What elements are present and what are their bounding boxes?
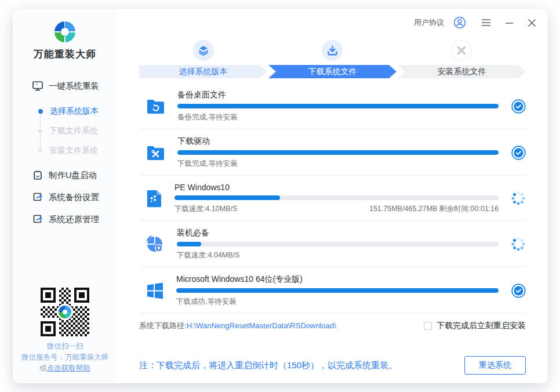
step-bullet-icon [38,129,42,133]
progress-track [177,104,499,108]
restart-checkbox-label: 下载完成后立刻重启安装 [437,321,526,331]
brand-block: 万能重装大师 [13,21,117,61]
sidebar-item-one-key-reinstall[interactable]: 一键系统重装 [13,79,117,92]
stage-tab-choose-version[interactable]: 选择系统版本 [139,65,267,78]
check-circle-icon [511,284,526,298]
app-window: 万能重装大师 一键系统重装 选择系统版本 下载文件系统 安装文件系统 [13,9,548,383]
wechat-account-text: 微信服务号：万能重装大师 [21,352,108,363]
qr-finder-icon [41,321,56,336]
sidebar-item-label: 一键系统重装 [49,81,99,92]
substep-install-files[interactable]: 安装文件系统 [38,141,117,161]
menu-icon[interactable] [481,19,491,27]
app-title: 万能重装大师 [34,48,96,61]
sidebar-item-restore-management[interactable]: 系统还原管理 [13,213,117,226]
sidebar-item-usb-boot[interactable]: 制作U盘启动 [13,169,117,182]
sidebar-item-label: 制作U盘启动 [49,170,97,181]
progress-track [177,150,499,155]
pie-plus-icon [146,235,165,253]
download-row-backup-desktop: 备份桌面文件 备份完成,等待安装 [139,83,526,129]
download-item-title: 装机必备 [177,228,499,238]
loading-spinner-icon [511,237,526,252]
qr-finder-icon [74,288,89,303]
status-text: 下载成功,等待安装 [176,297,236,307]
status-text: 下载完成,等待安装 [177,159,237,169]
wechat-scan-text: 微信扫一扫 [47,341,83,352]
wechat-block: 微信扫一扫 微信服务号：万能重装大师 或点击获取帮助 [13,288,117,383]
pe-file-icon [146,189,162,208]
export-box-icon [32,213,43,225]
download-path: 系统下载路径:H:\WanNengResetMasterData\RSDownl… [139,321,336,331]
status-text: 下载速度:4.10MB/S [174,204,237,214]
user-avatar-icon[interactable] [453,16,466,29]
progress-fill [177,104,499,108]
download-item-title: 备份桌面文件 [177,90,499,100]
footer-row: 注：下载完成后，将进入重启倒计时（150秒），以完成系统重装。 重选系统 [117,356,548,383]
stage-progress-bar: 选择系统版本 下载系统文件 安装系统文件 [117,65,548,78]
download-item-title: PE Windows10 [174,183,499,192]
progress-fill [176,288,499,293]
restart-countdown-note: 注：下载完成后，将进入重启倒计时（150秒），以完成系统重装。 [139,360,397,371]
wechat-qr-code [41,288,89,336]
sidebar-substeps: 选择系统版本 下载文件系统 安装文件系统 [13,101,117,161]
windows-logo-icon [146,282,164,300]
step-bullet-icon [38,149,42,153]
step-bullet-icon [38,109,43,114]
titlebar: 用户协议 [117,9,548,28]
status-text: 下载速度:4.04MB/S [177,251,239,260]
sidebar: 万能重装大师 一键系统重装 选择系统版本 下载文件系统 安装文件系统 [13,9,117,383]
progress-fill [177,242,201,246]
sidebar-item-backup-settings[interactable]: 系统备份设置 [13,191,117,204]
download-icon [327,45,338,56]
app-logo-icon [54,21,75,42]
close-icon[interactable] [528,19,536,27]
status-detail: 151.75MB/465.27MB 剩余时间:00:01:16 [369,204,499,214]
check-circle-icon [511,99,526,114]
restart-after-download-option[interactable]: 下载完成后立刻重启安装 [424,321,526,331]
progress-track [174,195,499,200]
folder-tools-icon [146,144,165,161]
minimize-icon[interactable] [505,19,514,27]
stage-tab-download-files[interactable]: 下载系统文件 [268,65,397,78]
help-line: 或点击获取帮助 [39,363,90,374]
stage-tab-install-files[interactable]: 安装系统文件 [398,65,526,78]
user-agreement-link[interactable]: 用户协议 [414,17,444,28]
qr-finder-icon [41,288,56,303]
download-path-row: 系统下载路径:H:\WanNengResetMasterData\RSDownl… [139,321,526,331]
download-item-title: 下载驱动 [177,136,499,147]
export-box-icon [32,191,43,203]
download-list: 备份桌面文件 备份完成,等待安装 下载驱动 下载完成,等待安装 [139,83,526,314]
progress-fill [174,195,280,200]
sidebar-item-label: 系统备份设置 [49,192,99,203]
choose-version-stage-icon [193,40,214,61]
progress-track [177,242,499,246]
main-panel: 用户协议 选择系统版本 [117,9,548,383]
sidebar-nav: 一键系统重装 选择系统版本 下载文件系统 安装文件系统 制作U盘启动 [13,79,117,235]
check-circle-icon [511,146,526,160]
download-path-link[interactable]: H:\WanNengResetMasterData\RSDownload\ [187,321,336,330]
monitor-icon [32,80,43,92]
substep-choose-version[interactable]: 选择系统版本 [38,101,117,121]
install-stage-icon [451,40,472,61]
status-text: 备份完成,等待安装 [177,112,237,122]
stage-icons-row [117,40,548,61]
download-stage-icon [322,40,343,61]
download-row-essentials: 装机必备 下载速度:4.04MB/S [139,221,526,267]
reselect-system-button[interactable]: 重选系统 [464,356,526,375]
sidebar-item-label: 系统还原管理 [49,214,99,225]
tools-icon [456,45,467,56]
download-row-driver: 下载驱动 下载完成,等待安装 [139,129,526,176]
download-row-pe-windows10: PE Windows10 下载速度:4.10MB/S151.75MB/465.2… [139,176,526,221]
folder-refresh-icon [146,97,165,115]
restart-checkbox[interactable] [424,322,432,330]
usb-drive-icon [32,169,43,181]
progress-fill [177,150,499,155]
qr-center-logo-icon [59,306,71,318]
get-help-link[interactable]: 点击获取帮助 [47,364,90,372]
progress-track [176,288,499,293]
loading-spinner-icon [511,191,526,206]
download-item-title: Microsoft Windows10 64位(专业版) [176,274,499,285]
substep-download-files[interactable]: 下载文件系统 [38,121,117,141]
download-row-windows10: Microsoft Windows10 64位(专业版) 下载成功,等待安装 [139,267,526,314]
layers-icon [198,45,209,56]
